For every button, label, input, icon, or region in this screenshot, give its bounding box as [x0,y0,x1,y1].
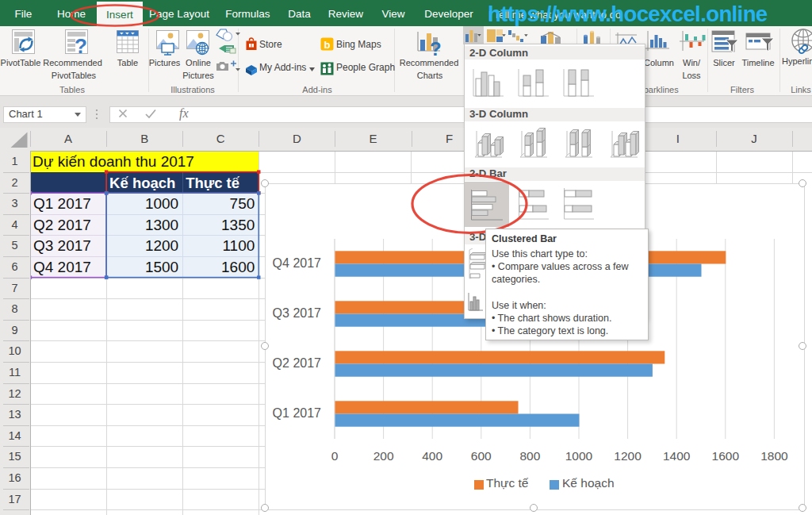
svg-text:?: ? [430,38,442,56]
svg-text:b: b [324,39,331,51]
svg-text:?: ? [75,34,87,56]
